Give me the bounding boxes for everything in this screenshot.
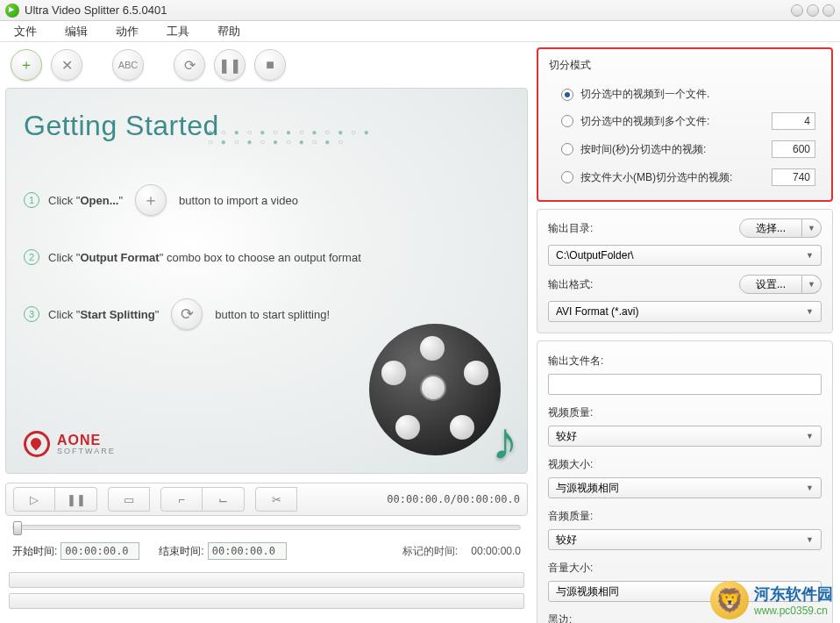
end-time-label: 结束时间: <box>159 544 203 559</box>
bracket-right-icon: ⌙ <box>218 493 228 506</box>
film-reel-graphic: ♪ <box>369 324 509 464</box>
mark-start-button[interactable]: ⌐ <box>160 487 203 512</box>
output-dir-group: 输出目录: 选择... ▼ C:\OutputFolder\ ▼ 输出格式: 设… <box>537 209 833 333</box>
play-button[interactable]: ▷ <box>13 487 55 512</box>
step-number-3: 3 <box>24 306 39 322</box>
toolbar: ＋ ✕ ABC ⟳ ❚❚ ■ <box>5 47 528 88</box>
split-count-input[interactable]: 4 <box>772 112 815 130</box>
split-mb-input[interactable]: 740 <box>772 168 815 186</box>
chevron-down-icon: ▼ <box>806 587 814 596</box>
split-mode-option-1[interactable]: 切分选中的视频到一个文件. <box>549 82 821 107</box>
title-bar: Ultra Video Splitter 6.5.0401 <box>0 0 840 21</box>
radio-icon <box>561 115 573 127</box>
seek-slider[interactable] <box>12 525 521 530</box>
step-1: 1 Click "Open..." ＋ button to import a v… <box>24 184 509 216</box>
split-seconds-input[interactable]: 600 <box>772 140 815 158</box>
settings-group: 输出文件名: 视频质量: 较好▼ 视频大小: 与源视频相同▼ 音频质量: 较好▼… <box>537 340 833 623</box>
stop-playback-button[interactable]: ▭ <box>108 487 150 512</box>
step-2: 2 Click "Output Format" combo box to cho… <box>24 249 509 265</box>
time-display: 00:00:00.0/00:00:00.0 <box>387 493 520 505</box>
mark-end-button[interactable]: ⌙ <box>203 487 245 512</box>
bracket-left-icon: ⌐ <box>178 493 185 506</box>
refresh-icon: ⟳ <box>181 304 194 324</box>
split-mode-option-2[interactable]: 切分选中的视频到多个文件: 4 <box>549 107 821 135</box>
output-format-combo[interactable]: AVI Format (*.avi) ▼ <box>548 301 822 322</box>
progress-bar-2 <box>9 593 524 609</box>
chevron-down-icon[interactable]: ▼ <box>802 218 822 238</box>
video-quality-combo[interactable]: 较好▼ <box>548 426 822 447</box>
radio-icon <box>561 143 573 155</box>
stop-square-icon: ▭ <box>124 493 134 506</box>
plus-icon: ＋ <box>19 56 33 75</box>
menu-help[interactable]: 帮助 <box>217 24 240 39</box>
pause-button[interactable]: ❚❚ <box>214 49 246 81</box>
pause-playback-button[interactable]: ❚❚ <box>55 487 97 512</box>
volume-combo[interactable]: 与源视频相同▼ <box>548 581 822 602</box>
start-time-label: 开始时间: <box>12 544 57 559</box>
pause-icon: ❚❚ <box>67 493 86 506</box>
volume-label: 音量大小: <box>548 561 822 576</box>
progress-bar-1 <box>9 572 524 588</box>
output-name-input[interactable] <box>548 374 822 395</box>
chevron-down-icon: ▼ <box>806 432 814 440</box>
menu-edit[interactable]: 编辑 <box>65 24 88 39</box>
video-size-combo[interactable]: 与源视频相同▼ <box>548 477 822 498</box>
chevron-down-icon: ▼ <box>806 483 814 492</box>
output-name-label: 输出文件名: <box>548 354 822 369</box>
play-icon: ▷ <box>30 493 39 506</box>
scissors-icon: ✂ <box>272 493 281 506</box>
step-number-1: 1 <box>24 192 39 208</box>
abc-icon: ABC <box>118 60 139 70</box>
split-mode-option-3[interactable]: 按时间(秒)分切选中的视频: 600 <box>549 135 821 163</box>
seek-thumb[interactable] <box>13 521 22 535</box>
minimize-button[interactable] <box>791 4 803 17</box>
menu-bar: 文件 编辑 动作 工具 帮助 <box>0 21 840 42</box>
output-format-label: 输出格式: <box>548 277 593 292</box>
menu-action[interactable]: 动作 <box>116 24 139 39</box>
format-settings-button[interactable]: 设置... ▼ <box>739 275 822 294</box>
radio-icon <box>561 89 573 101</box>
rename-button[interactable]: ABC <box>112 49 144 81</box>
chevron-down-icon[interactable]: ▼ <box>802 275 822 294</box>
step-number-2: 2 <box>24 249 39 265</box>
blackbar-label: 黑边: <box>548 612 822 623</box>
pause-icon: ❚❚ <box>218 57 241 74</box>
aone-logo: AONE SOFTWARE <box>24 431 116 457</box>
output-dir-label: 输出目录: <box>548 221 593 236</box>
menu-file[interactable]: 文件 <box>14 24 37 39</box>
menu-tool[interactable]: 工具 <box>167 24 189 39</box>
split-mode-option-4[interactable]: 按文件大小(MB)切分选中的视频: 740 <box>549 163 821 191</box>
maximize-button[interactable] <box>807 4 819 17</box>
chevron-down-icon: ▼ <box>806 251 814 260</box>
open-step-icon[interactable]: ＋ <box>135 184 167 216</box>
output-dir-combo[interactable]: C:\OutputFolder\ ▼ <box>548 245 822 266</box>
stop-icon: ■ <box>266 57 274 73</box>
remove-button[interactable]: ✕ <box>51 49 82 81</box>
window-title: Ultra Video Splitter 6.5.0401 <box>25 4 791 17</box>
mark-time-label: 标记的时间: <box>402 544 458 559</box>
x-icon: ✕ <box>61 57 73 74</box>
refresh-icon: ⟳ <box>184 57 196 74</box>
audio-quality-label: 音频质量: <box>548 509 822 524</box>
aone-logo-icon <box>24 431 50 457</box>
start-step-icon[interactable]: ⟳ <box>171 298 203 330</box>
choose-dir-button[interactable]: 选择... ▼ <box>739 218 822 238</box>
end-time-input[interactable]: 00:00:00.0 <box>208 542 287 560</box>
stop-button[interactable]: ■ <box>254 49 286 81</box>
playback-controls: ▷ ❚❚ ▭ ⌐ ⌙ ✂ 00:00:00.0/00:00:00.0 <box>5 483 528 618</box>
radio-icon <box>561 171 573 183</box>
music-note-icon: ♪ <box>492 411 518 471</box>
split-mode-group: 切分模式 切分选中的视频到一个文件. 切分选中的视频到多个文件: 4 按时间(秒… <box>537 47 833 202</box>
app-icon <box>5 4 19 18</box>
video-size-label: 视频大小: <box>548 457 822 472</box>
chevron-down-icon: ▼ <box>806 535 814 544</box>
chevron-down-icon: ▼ <box>806 307 814 316</box>
start-time-input[interactable]: 00:00:00.0 <box>61 542 139 560</box>
clear-marks-button[interactable]: ✂ <box>255 487 297 512</box>
close-button[interactable] <box>822 4 835 17</box>
mark-time-value: 00:00:00.0 <box>471 545 521 557</box>
add-button[interactable]: ＋ <box>11 49 42 81</box>
getting-started-panel: Getting Started ● ○ ● ○ ● ○ ● ○ ● ○ ● ○ … <box>5 88 528 474</box>
audio-quality-combo[interactable]: 较好▼ <box>548 529 822 550</box>
refresh-button[interactable]: ⟳ <box>174 49 205 81</box>
